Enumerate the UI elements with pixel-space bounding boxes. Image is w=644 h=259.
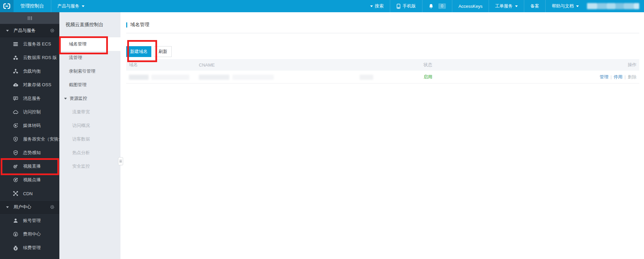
aliyun-logo[interactable] — [0, 0, 14, 12]
table-header-row: 域名 CNAME 状态 操作 — [126, 59, 639, 71]
section-user-center[interactable]: 用户中心 — [0, 200, 59, 214]
status-badge: 启用 — [423, 74, 432, 79]
ticket-service-menu[interactable]: 工单服务 — [489, 0, 524, 12]
domain-table: 域名 CNAME 状态 操作 启用 管理|停用| — [126, 59, 639, 84]
storage-cloud-icon — [13, 82, 18, 88]
sidebar-item-account[interactable]: 账号管理 — [0, 214, 59, 227]
load-balancer-icon — [13, 69, 18, 74]
security-shield-icon — [13, 136, 18, 142]
server-icon — [13, 41, 18, 47]
message-icon — [13, 96, 18, 101]
section-products[interactable]: 产品与服务 — [0, 24, 59, 37]
mobile-version-link[interactable]: 手机版 — [390, 0, 422, 12]
subsidebar-item-recording-index[interactable]: 录制索引管理 — [59, 64, 120, 78]
title-accent-bar — [126, 22, 127, 27]
sidebar-item-ecs[interactable]: 云服务器 ECS — [0, 37, 59, 51]
chevron-down-icon — [82, 5, 84, 7]
chevron-down-icon — [6, 206, 9, 208]
main-content: 域名管理 新建域名 刷新 域名 CNAME 状态 操作 — [120, 12, 644, 259]
topbar: 管理控制台 产品与服务 搜索 手机版 0 AccessKeys 工单服务 — [0, 0, 644, 12]
account-icon — [13, 218, 18, 223]
delete-link[interactable]: 删除 — [628, 74, 637, 79]
sidebar-item-billing[interactable]: 费用中心 — [0, 227, 59, 241]
subsidebar-item-traffic-bandwidth[interactable]: 流量带宽 — [59, 105, 120, 119]
sidebar-item-ram[interactable]: 访问控制 — [0, 105, 59, 119]
media-transcode-icon — [13, 123, 18, 128]
sidebar-resize-handle[interactable] — [118, 157, 123, 165]
sidebar-item-vod[interactable]: 视频点播 — [0, 173, 59, 187]
database-icon — [13, 55, 18, 60]
help-docs-menu[interactable]: 帮助与文档 — [545, 0, 585, 12]
cloud-bracket-icon — [3, 2, 11, 10]
vod-icon — [13, 177, 18, 183]
subsidebar-item-domain-management[interactable]: 域名管理 — [59, 37, 120, 51]
subsidebar-item-stream-management[interactable]: 流管理 — [59, 51, 120, 64]
sidebar-item-rds[interactable]: 云数据库 RDS 版 — [0, 51, 59, 64]
renewal-moneybag-icon — [13, 245, 18, 251]
sidebar-item-situation-awareness[interactable]: 态势感知 — [0, 146, 59, 160]
beian-link[interactable]: 备案 — [524, 0, 545, 12]
chevron-down-icon — [370, 5, 373, 7]
situation-awareness-icon — [13, 150, 18, 155]
subsidebar-title: 视频云直播控制台 — [59, 12, 120, 37]
search-menu[interactable]: 搜索 — [364, 0, 390, 12]
cname-cell-redacted — [199, 74, 423, 79]
bell-icon — [429, 3, 434, 9]
sidebar-item-oss[interactable]: 对象存储 OSS — [0, 78, 59, 92]
sidebar-item-renewal[interactable]: 续费管理 — [0, 241, 59, 255]
notifications[interactable]: 0 — [422, 0, 452, 12]
sidebar-collapse-control[interactable] — [0, 12, 59, 24]
chevron-down-icon — [515, 5, 518, 7]
console-title[interactable]: 管理控制台 — [14, 0, 51, 12]
sidebar-item-slb[interactable]: 负载均衡 — [0, 64, 59, 78]
manage-link[interactable]: 管理 — [600, 74, 608, 79]
refresh-button[interactable]: 刷新 — [154, 46, 172, 57]
accesskeys-link[interactable]: AccessKeys — [452, 0, 489, 12]
sidebar-item-server-security[interactable]: 服务器安全（安骑士） — [0, 132, 59, 146]
live-console-sidebar: 视频云直播控制台 域名管理 流管理 录制索引管理 截图管理 资源监控 流量带宽 … — [59, 12, 120, 259]
collapse-bars-icon — [28, 16, 32, 20]
chevron-down-icon — [6, 30, 9, 32]
product-sidebar: 产品与服务 云服务器 ECS 云数据库 RDS 版 负载均衡 — [0, 12, 59, 259]
billing-icon — [13, 232, 18, 237]
notification-count-badge: 0 — [438, 3, 446, 9]
topbar-spacer — [91, 0, 364, 12]
column-header-domain: 域名 — [126, 62, 199, 68]
subsidebar-item-snapshot-management[interactable]: 截图管理 — [59, 78, 120, 92]
sidebar-item-cdn[interactable]: CDN — [0, 187, 59, 200]
chevron-down-icon — [64, 98, 67, 99]
column-header-status: 状态 — [423, 62, 577, 68]
page-title: 域名管理 — [126, 21, 644, 28]
chevron-down-icon — [576, 5, 579, 7]
title-divider — [126, 33, 639, 33]
column-header-actions: 操作 — [577, 62, 639, 68]
action-separator: | — [610, 74, 611, 79]
access-control-icon — [13, 109, 18, 115]
table-row: 启用 管理|停用|删除 — [126, 71, 639, 84]
column-header-cname: CNAME — [199, 62, 423, 68]
subsidebar-item-visit-overview[interactable]: 访问概况 — [59, 119, 120, 132]
live-video-icon — [13, 164, 18, 169]
action-separator: | — [625, 74, 626, 79]
products-menu[interactable]: 产品与服务 — [51, 0, 91, 12]
sidebar-item-mts[interactable]: 媒体转码 — [0, 119, 59, 132]
toolbar: 新建域名 刷新 — [126, 46, 644, 57]
gear-icon[interactable] — [50, 28, 55, 33]
subsidebar-item-hotspot-analysis[interactable]: 热点分析 — [59, 146, 120, 160]
domain-cell-redacted — [126, 74, 199, 79]
sidebar-item-mns[interactable]: 消息服务 — [0, 92, 59, 105]
subsidebar-item-visitor-data[interactable]: 访客数据 — [59, 132, 120, 146]
subsidebar-group-resource-monitor[interactable]: 资源监控 — [59, 92, 120, 105]
disable-link[interactable]: 停用 — [614, 74, 623, 79]
cdn-icon — [13, 191, 18, 196]
sidebar-item-live-video[interactable]: 视频直播 — [0, 160, 59, 173]
username-redacted — [587, 0, 639, 12]
gear-icon[interactable] — [50, 205, 55, 209]
phone-icon — [396, 4, 401, 9]
subsidebar-item-security-monitor[interactable]: 安全监控 — [59, 160, 120, 173]
new-domain-button[interactable]: 新建域名 — [126, 46, 151, 57]
